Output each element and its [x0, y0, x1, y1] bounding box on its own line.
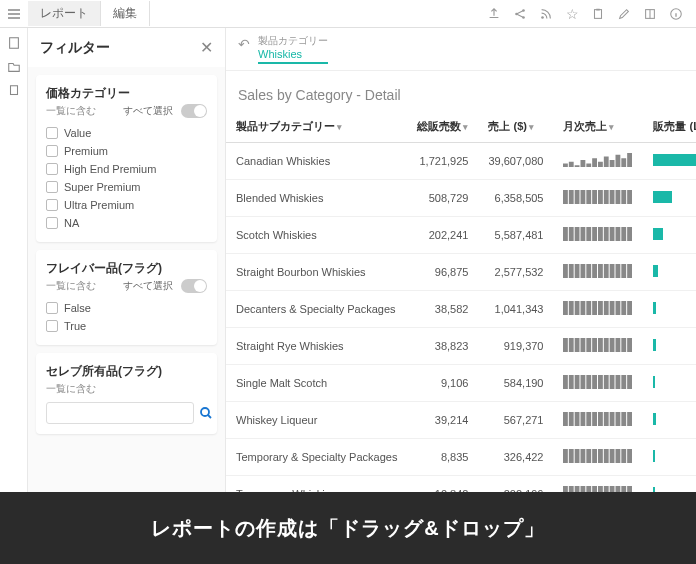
- filter-option[interactable]: Ultra Premium: [46, 196, 207, 214]
- checkbox-icon[interactable]: [46, 320, 58, 332]
- cell-sales: 326,422: [478, 439, 553, 476]
- table-row[interactable]: Straight Rye Whiskies38,823919,370: [226, 328, 696, 365]
- svg-rect-13: [575, 165, 580, 167]
- data-table-wrap[interactable]: 製品サブカテゴリー▾総販売数▾売上 ($)▾月次売上▾販売量 (L)▾ Cana…: [226, 111, 696, 492]
- cell-sparkline: [553, 365, 643, 402]
- column-header[interactable]: 総販売数▾: [407, 111, 478, 143]
- bookmark-icon[interactable]: [5, 82, 23, 100]
- filter-option[interactable]: High End Premium: [46, 160, 207, 178]
- filter-option[interactable]: Value: [46, 124, 207, 142]
- filter-section-sub: 一覧に含む: [46, 279, 96, 293]
- table-row[interactable]: Temporary & Specialty Packages8,835326,4…: [226, 439, 696, 476]
- back-icon[interactable]: ↶: [238, 36, 250, 52]
- pencil-icon[interactable]: [612, 2, 636, 26]
- table-row[interactable]: Single Malt Scotch9,106584,190: [226, 365, 696, 402]
- table-row[interactable]: Tennessee Whiskies10,842202,196: [226, 476, 696, 493]
- table-row[interactable]: Straight Bourbon Whiskies96,8752,577,532: [226, 254, 696, 291]
- svg-rect-101: [598, 412, 603, 426]
- svg-rect-25: [575, 190, 580, 204]
- column-header[interactable]: 販売量 (L)▾: [643, 111, 696, 143]
- sort-caret-icon[interactable]: ▾: [337, 122, 342, 132]
- column-header[interactable]: 月次売上▾: [553, 111, 643, 143]
- svg-rect-73: [575, 338, 580, 352]
- filter-option-label: Ultra Premium: [64, 199, 134, 211]
- select-all-toggle[interactable]: [181, 279, 207, 293]
- svg-point-1: [522, 9, 525, 12]
- table-row[interactable]: Canadian Whiskies1,721,92539,607,080: [226, 143, 696, 180]
- checkbox-icon[interactable]: [46, 145, 58, 157]
- svg-rect-72: [569, 338, 574, 352]
- page-icon[interactable]: [5, 34, 23, 52]
- svg-rect-12: [569, 162, 574, 167]
- checkbox-icon[interactable]: [46, 199, 58, 211]
- sort-caret-icon[interactable]: ▾: [609, 122, 614, 132]
- caption-banner: レポートの作成は「ドラッグ&ドロップ」: [0, 492, 696, 564]
- checkbox-icon[interactable]: [46, 217, 58, 229]
- svg-rect-19: [610, 160, 615, 167]
- filter-option[interactable]: Premium: [46, 142, 207, 160]
- filter-option[interactable]: True: [46, 317, 207, 335]
- filter-option[interactable]: False: [46, 299, 207, 317]
- filter-search-input[interactable]: [46, 402, 194, 424]
- table-row[interactable]: Scotch Whiskies202,2415,587,481: [226, 217, 696, 254]
- svg-rect-110: [581, 449, 586, 463]
- svg-rect-113: [598, 449, 603, 463]
- book-icon[interactable]: [638, 2, 662, 26]
- svg-rect-4: [595, 9, 602, 18]
- svg-rect-114: [604, 449, 609, 463]
- cell-qty: 1,721,925: [407, 143, 478, 180]
- tab-edit[interactable]: 編集: [101, 1, 150, 26]
- hamburger-icon[interactable]: [0, 0, 28, 28]
- svg-rect-36: [569, 227, 574, 241]
- svg-rect-83: [563, 375, 568, 389]
- filter-option[interactable]: NA: [46, 214, 207, 232]
- clipboard-icon[interactable]: [586, 2, 610, 26]
- search-icon[interactable]: [198, 402, 214, 424]
- checkbox-icon[interactable]: [46, 181, 58, 193]
- star-icon[interactable]: ☆: [560, 2, 584, 26]
- checkbox-icon[interactable]: [46, 163, 58, 175]
- filter-option-label: High End Premium: [64, 163, 156, 175]
- filter-section-title: セレブ所有品(フラグ): [46, 363, 207, 380]
- svg-rect-97: [575, 412, 580, 426]
- column-header[interactable]: 売上 ($)▾: [478, 111, 553, 143]
- cell-sales: 584,190: [478, 365, 553, 402]
- svg-rect-96: [569, 412, 574, 426]
- folder-icon[interactable]: [5, 58, 23, 76]
- svg-rect-92: [616, 375, 621, 389]
- table-row[interactable]: Whiskey Liqueur39,214567,271: [226, 402, 696, 439]
- column-header[interactable]: 製品サブカテゴリー▾: [226, 111, 407, 143]
- cell-sales: 39,607,080: [478, 143, 553, 180]
- cell-name: Canadian Whiskies: [226, 143, 407, 180]
- svg-rect-76: [593, 338, 598, 352]
- svg-rect-65: [598, 301, 603, 315]
- close-icon[interactable]: ✕: [200, 38, 213, 57]
- table-row[interactable]: Decanters & Specialty Packages38,5821,04…: [226, 291, 696, 328]
- sort-caret-icon[interactable]: ▾: [463, 122, 468, 132]
- column-label: 売上 ($): [488, 120, 527, 132]
- cell-qty: 202,241: [407, 217, 478, 254]
- select-all-toggle[interactable]: [181, 104, 207, 118]
- cell-name: Straight Bourbon Whiskies: [226, 254, 407, 291]
- cell-sales: 5,587,481: [478, 217, 553, 254]
- upload-icon[interactable]: [482, 2, 506, 26]
- svg-rect-37: [575, 227, 580, 241]
- checkbox-icon[interactable]: [46, 127, 58, 139]
- table-row[interactable]: Blended Whiskies508,7296,358,505: [226, 180, 696, 217]
- cell-sparkline: [553, 143, 643, 180]
- checkbox-icon[interactable]: [46, 302, 58, 314]
- svg-rect-77: [598, 338, 603, 352]
- share-icon[interactable]: [508, 2, 532, 26]
- info-icon[interactable]: [664, 2, 688, 26]
- rss-icon[interactable]: [534, 2, 558, 26]
- sort-caret-icon[interactable]: ▾: [529, 122, 534, 132]
- svg-rect-95: [563, 412, 568, 426]
- svg-rect-61: [575, 301, 580, 315]
- breadcrumb: ↶ 製品カテゴリー Whiskies: [226, 28, 696, 71]
- breadcrumb-value[interactable]: Whiskies: [258, 48, 328, 64]
- filter-option[interactable]: Super Premium: [46, 178, 207, 196]
- cell-name: Whiskey Liqueur: [226, 402, 407, 439]
- column-label: 月次売上: [563, 120, 607, 132]
- svg-rect-33: [622, 190, 627, 204]
- tab-report[interactable]: レポート: [28, 1, 101, 26]
